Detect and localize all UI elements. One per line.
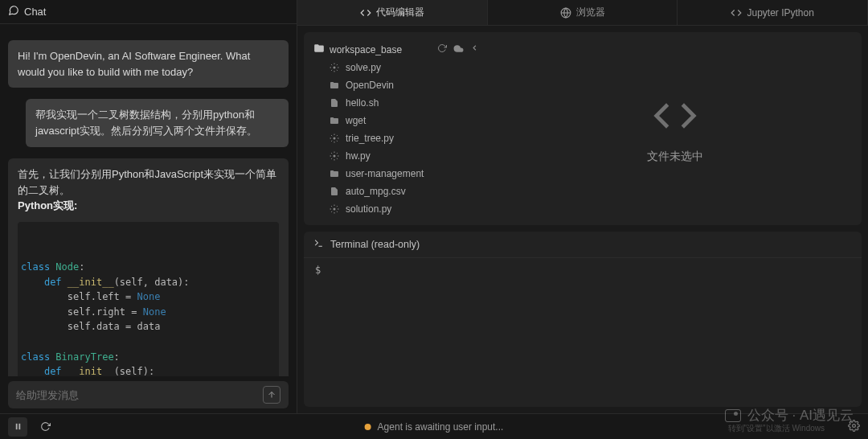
folder-open-icon [313, 43, 325, 56]
send-button[interactable] [263, 386, 280, 404]
svg-point-9 [853, 425, 856, 428]
footer: Agent is awaiting user input... [0, 413, 868, 439]
folder-icon [330, 116, 340, 125]
status-dot-icon [365, 424, 371, 430]
tree-item[interactable]: OpenDevin [310, 76, 482, 94]
tree-item-label: OpenDevin [346, 80, 394, 91]
tree-item[interactable]: user-management [310, 165, 482, 183]
cog-icon [330, 63, 340, 72]
folder-icon [330, 80, 340, 90]
tree-root[interactable]: workspace_base [310, 40, 482, 59]
cog-icon [330, 151, 340, 161]
tree-item-label: hello.sh [346, 97, 379, 109]
chat-bubble-icon [8, 5, 19, 18]
file-tree: workspace_base solve.pyOpenDevinhello.sh… [304, 32, 489, 225]
assistant-message: 首先，让我们分别用Python和JavaScript来实现一个简单的二叉树。 P… [8, 158, 289, 376]
agent-status: Agent is awaiting user input... [365, 421, 504, 433]
chat-panel: Chat Hi! I'm OpenDevin, an AI Software E… [0, 0, 297, 413]
tab-browser[interactable]: 浏览器 [488, 0, 678, 25]
tree-item-label: trie_tree.py [346, 133, 394, 144]
svg-point-2 [334, 67, 336, 69]
cog-icon [330, 133, 340, 143]
cog-icon [330, 204, 340, 214]
tab-code-editor[interactable]: 代码编辑器 [297, 0, 488, 25]
svg-point-3 [334, 137, 336, 140]
chat-input-row [8, 381, 289, 408]
empty-label: 文件未选中 [647, 150, 703, 164]
terminal-prompt: $ [315, 265, 321, 276]
code-icon [653, 93, 698, 138]
terminal-title: Terminal (read-only) [330, 239, 420, 250]
file-icon [330, 187, 340, 196]
tree-item[interactable]: hw.py [310, 147, 482, 165]
assistant-text: 首先，让我们分别用Python和JavaScript来实现一个简单的二叉树。 [18, 166, 279, 198]
tree-item-label: user-management [346, 168, 424, 179]
terminal-panel: Terminal (read-only) $ [304, 232, 862, 407]
tree-item-label: solve.py [346, 62, 381, 73]
svg-point-4 [334, 155, 336, 158]
tree-item[interactable]: solve.py [310, 59, 482, 76]
pause-button[interactable] [8, 417, 27, 437]
right-panel: 代码编辑器 浏览器 Jupyter IPython [297, 0, 868, 413]
tree-item[interactable]: hello.sh [310, 94, 482, 112]
refresh-icon[interactable] [437, 43, 447, 56]
chat-title: Chat [24, 6, 46, 18]
terminal-body: $ [304, 258, 862, 407]
tab-jupyter[interactable]: Jupyter IPython [678, 0, 868, 25]
terminal-icon [313, 238, 324, 251]
svg-rect-8 [18, 424, 20, 429]
status-text: Agent is awaiting user input... [378, 421, 504, 433]
tab-label: 浏览器 [576, 6, 605, 19]
tabs: 代码编辑器 浏览器 Jupyter IPython [297, 0, 868, 26]
chat-header: Chat [0, 0, 297, 24]
code-heading: Python实现: [18, 199, 77, 211]
refresh-button[interactable] [35, 417, 55, 437]
tree-item[interactable]: wget [310, 112, 482, 129]
file-preview-empty: 文件未选中 [489, 32, 862, 225]
tree-item-label: solution.py [346, 203, 391, 215]
tab-label: Jupyter IPython [747, 7, 813, 18]
tree-item[interactable]: solution.py [310, 200, 482, 218]
code-block: class Node: def __init__(self, data): se… [18, 222, 279, 376]
user-message: 帮我实现一个二叉树数据结构，分别用python和javascript实现。然后分… [26, 99, 289, 147]
chevron-left-icon[interactable] [470, 43, 479, 56]
terminal-header: Terminal (read-only) [304, 232, 862, 258]
svg-point-5 [334, 208, 336, 211]
tree-item[interactable]: trie_tree.py [310, 129, 482, 147]
gear-icon[interactable] [848, 420, 860, 433]
tree-item[interactable]: auto_mpg.csv [310, 183, 482, 200]
file-icon [330, 98, 340, 108]
workspace: workspace_base solve.pyOpenDevinhello.sh… [304, 32, 862, 225]
assistant-message: Hi! I'm OpenDevin, an AI Software Engine… [8, 40, 289, 88]
tree-item-label: hw.py [346, 150, 371, 162]
svg-rect-7 [15, 424, 17, 429]
chat-input[interactable] [16, 389, 263, 401]
tree-root-label: workspace_base [330, 44, 402, 55]
folder-icon [330, 169, 340, 178]
tab-label: 代码编辑器 [376, 6, 424, 19]
cloud-icon[interactable] [453, 43, 464, 56]
tree-item-label: auto_mpg.csv [346, 186, 406, 197]
chat-scroll[interactable]: Hi! I'm OpenDevin, an AI Software Engine… [0, 24, 297, 376]
tree-item-label: wget [346, 115, 366, 126]
